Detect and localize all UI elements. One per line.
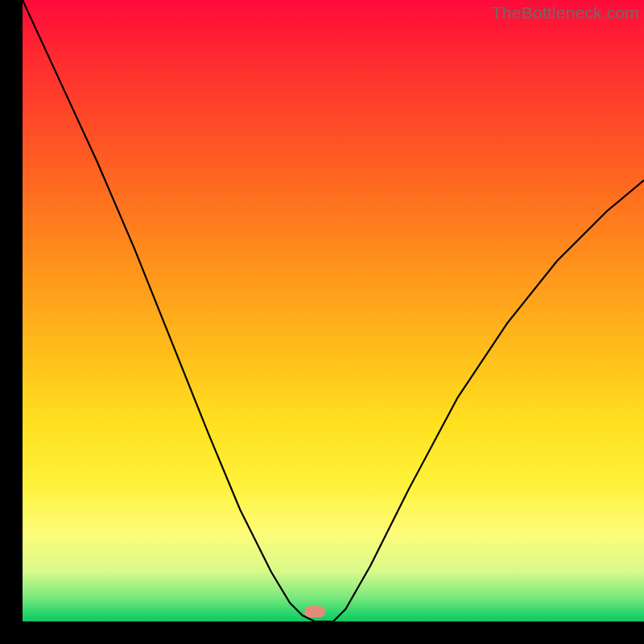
plot-area: TheBottleneck.com	[23, 0, 644, 621]
chart-frame: TheBottleneck.com	[0, 0, 644, 644]
curve-path	[23, 0, 644, 621]
optimum-marker	[304, 606, 325, 617]
bottleneck-curve	[23, 0, 644, 621]
